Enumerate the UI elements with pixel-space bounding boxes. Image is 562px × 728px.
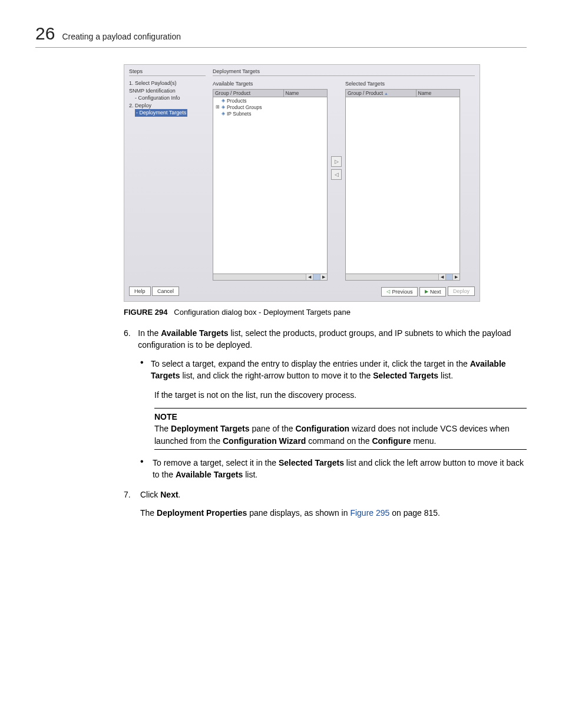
- selected-grid-header[interactable]: Group / Product▲ Name: [345, 89, 460, 97]
- group-icon: ◈: [222, 98, 225, 104]
- figure-caption: FIGURE 294 Configuration dialog box - De…: [124, 308, 527, 317]
- cancel-button[interactable]: Cancel: [152, 286, 179, 296]
- step-item[interactable]: - Configuration Info: [135, 94, 206, 102]
- steps-title: Steps: [129, 68, 206, 74]
- selected-targets-box: Selected Targets Group / Product▲ Name ◀…: [345, 80, 460, 281]
- next-button[interactable]: Next: [419, 287, 447, 297]
- scroll-thumb[interactable]: [445, 274, 452, 280]
- step-item[interactable]: SNMP Identification: [129, 87, 206, 95]
- step-item-current[interactable]: - Deployment Targets: [135, 109, 206, 117]
- tree-node-ip-subnets[interactable]: ◈IP Subnets: [214, 111, 326, 117]
- column-header[interactable]: Group / Product: [213, 90, 284, 97]
- step-item[interactable]: 2. Deploy: [129, 102, 206, 110]
- tree-node-product-groups[interactable]: ⊞◈Product Groups: [214, 104, 326, 111]
- sort-asc-icon: ▲: [384, 91, 388, 95]
- main-panel: Deployment Targets Available Targets Gro…: [213, 68, 475, 281]
- available-grid-body[interactable]: ◈Products ⊞◈Product Groups ◈IP Subnets: [213, 97, 328, 274]
- column-header[interactable]: Name: [284, 90, 328, 97]
- step-7: 7. Click Next.: [124, 489, 527, 500]
- step-item[interactable]: 1. Select Payload(s): [129, 80, 206, 87]
- step-7-follow: The Deployment Properties pane displays,…: [140, 507, 527, 519]
- move-right-button[interactable]: ▷: [331, 156, 342, 167]
- deployment-targets-dialog: Steps 1. Select Payload(s) SNMP Identifi…: [124, 64, 480, 302]
- bullet-remove-target: • To remove a target, select it in the S…: [140, 457, 527, 481]
- dialog-footer: Help Cancel Previous Next Deploy: [129, 286, 475, 297]
- steps-panel: Steps 1. Select Payload(s) SNMP Identifi…: [129, 68, 206, 281]
- previous-button[interactable]: Previous: [381, 287, 418, 297]
- chevron-left-icon: ◁: [335, 172, 339, 177]
- bullet-select-target: • To select a target, expand the entry t…: [140, 358, 527, 382]
- expand-icon[interactable]: ⊞: [215, 104, 220, 110]
- help-button[interactable]: Help: [129, 286, 151, 296]
- figure-295-link[interactable]: Figure 295: [350, 508, 389, 518]
- scroll-left-icon[interactable]: ◀: [306, 274, 313, 280]
- horizontal-scrollbar[interactable]: ◀ ▶: [345, 274, 460, 281]
- bullet-follow-text: If the target is not on the list, run th…: [154, 389, 527, 401]
- group-icon: ◈: [222, 111, 225, 117]
- column-header[interactable]: Name: [416, 90, 460, 97]
- chapter-title: Creating a payload configuration: [62, 32, 181, 41]
- group-icon: ◈: [222, 104, 225, 110]
- scroll-right-icon[interactable]: ▶: [452, 274, 459, 280]
- step-6: 6. In the Available Targets list, select…: [124, 327, 527, 351]
- main-panel-title: Deployment Targets: [213, 68, 475, 74]
- horizontal-scrollbar[interactable]: ◀ ▶: [213, 274, 328, 281]
- move-left-button[interactable]: ◁: [331, 169, 342, 180]
- deploy-button[interactable]: Deploy: [448, 286, 475, 296]
- page-header: 26 Creating a payload configuration: [35, 24, 527, 48]
- note-label: NOTE: [154, 411, 527, 423]
- scroll-left-icon[interactable]: ◀: [438, 274, 445, 280]
- selected-targets-label: Selected Targets: [345, 80, 460, 88]
- note-box: NOTE The Deployment Targets pane of the …: [154, 408, 527, 450]
- tree-node-products[interactable]: ◈Products: [214, 98, 326, 104]
- transfer-buttons: ▷ ◁: [331, 156, 342, 180]
- available-targets-box: Available Targets Group / Product Name ◈…: [213, 80, 328, 281]
- chevron-right-icon: ▷: [335, 159, 339, 164]
- available-targets-label: Available Targets: [213, 80, 328, 88]
- selected-grid-body[interactable]: [345, 97, 460, 274]
- chapter-number: 26: [35, 24, 55, 44]
- body-content: 6. In the Available Targets list, select…: [124, 327, 527, 519]
- scroll-thumb[interactable]: [313, 274, 320, 280]
- scroll-right-icon[interactable]: ▶: [320, 274, 327, 280]
- available-grid-header[interactable]: Group / Product Name: [213, 89, 328, 97]
- column-header[interactable]: Group / Product▲: [346, 90, 416, 97]
